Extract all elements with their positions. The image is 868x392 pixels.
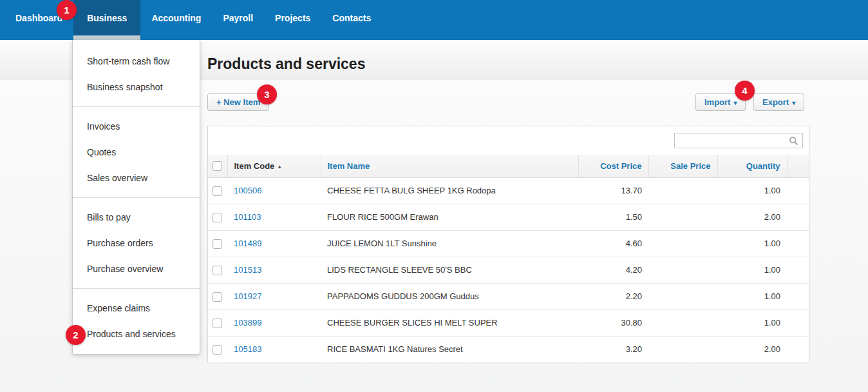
table-header-row: Item Code▲ Item Name Cost Price Sale Pri… xyxy=(208,155,809,177)
item-name-cell: RICE BASMATI 1KG Natures Secret xyxy=(321,336,578,362)
chevron-down-icon: ▾ xyxy=(792,99,795,106)
row-checkbox[interactable] xyxy=(212,213,222,222)
export-button[interactable]: Export▾ xyxy=(753,93,804,111)
business-dropdown-menu: Short-term cash flowBusiness snapshotInv… xyxy=(72,40,200,355)
cost-price-cell: 30.80 xyxy=(578,309,648,336)
nav-item-accounting[interactable]: Accounting xyxy=(140,0,212,40)
item-code-link[interactable]: 100506 xyxy=(234,186,261,195)
table-row: 101103FLOUR RICE 500GM Erawan1.502.00 xyxy=(208,204,809,230)
actions-cell xyxy=(787,336,809,362)
item-name-cell: JUICE LEMON 1LT Sunshine xyxy=(321,230,578,257)
products-table-panel: Item Code▲ Item Name Cost Price Sale Pri… xyxy=(207,126,809,362)
table-row: 101927PAPPADOMS GUDDUS 200GM Guddus2.201… xyxy=(208,283,809,309)
table-row: 101489JUICE LEMON 1LT Sunshine4.601.00 xyxy=(208,230,809,257)
menu-item-bills-to-pay[interactable]: Bills to pay xyxy=(73,204,200,230)
row-select-cell xyxy=(208,204,227,230)
chevron-down-icon: ▾ xyxy=(733,99,737,106)
sale-price-cell xyxy=(648,309,717,336)
column-header-quantity[interactable]: Quantity xyxy=(717,155,787,177)
menu-item-short-term-cash-flow[interactable]: Short-term cash flow xyxy=(73,48,200,74)
row-checkbox[interactable] xyxy=(212,186,222,196)
item-code-cell: 105183 xyxy=(227,336,321,362)
new-item-label: + New Item xyxy=(216,97,260,107)
menu-item-purchase-overview[interactable]: Purchase overview xyxy=(73,256,200,282)
item-code-cell: 101103 xyxy=(227,204,321,230)
column-header-item-name[interactable]: Item Name xyxy=(321,155,578,177)
table-row: 100506CHEESE FETTA BULG SHEEP 1KG Rodopa… xyxy=(208,177,809,204)
table-row: 101513LIDS RECTANGLE SLEEVE 50'S BBC4.20… xyxy=(208,257,809,283)
nav-item-contacts[interactable]: Contacts xyxy=(321,0,382,40)
item-code-cell: 101927 xyxy=(227,283,321,309)
menu-group: Expense claimsProducts and services xyxy=(73,288,200,347)
nav-item-payroll[interactable]: Payroll xyxy=(212,0,264,40)
search-input[interactable] xyxy=(674,133,803,148)
item-name-cell: CHEESE FETTA BULG SHEEP 1KG Rodopa xyxy=(321,177,578,204)
menu-item-expense-claims[interactable]: Expense claims xyxy=(73,295,200,321)
select-all-checkbox[interactable] xyxy=(212,161,222,171)
cost-price-cell: 13.70 xyxy=(578,177,648,204)
annotation-badge-3: 3 xyxy=(257,84,277,104)
cost-price-cell: 1.50 xyxy=(578,204,648,230)
menu-item-invoices[interactable]: Invoices xyxy=(73,113,200,139)
item-name-cell: CHEESE BURGER SLICES HI MELT SUPER xyxy=(321,309,578,336)
item-code-cell: 101513 xyxy=(227,257,321,283)
item-code-link[interactable]: 101927 xyxy=(234,291,261,301)
row-checkbox[interactable] xyxy=(212,345,222,355)
column-header-cost-price[interactable]: Cost Price xyxy=(578,155,648,177)
table-row: 105183RICE BASMATI 1KG Natures Secret3.2… xyxy=(208,336,809,362)
row-select-cell xyxy=(208,283,227,309)
table-search-row xyxy=(208,126,809,155)
row-select-cell xyxy=(208,257,227,283)
cost-price-cell: 2.20 xyxy=(578,283,648,309)
cost-price-cell: 4.20 xyxy=(578,257,648,283)
nav-item-projects[interactable]: Projects xyxy=(264,0,321,40)
annotation-badge-4: 4 xyxy=(735,81,755,101)
sale-price-cell xyxy=(648,204,717,230)
sale-price-cell xyxy=(648,257,717,283)
quantity-cell: 1.00 xyxy=(717,230,787,257)
item-name-cell: PAPPADOMS GUDDUS 200GM Guddus xyxy=(321,283,578,309)
item-code-link[interactable]: 101489 xyxy=(234,239,261,248)
menu-group: Bills to payPurchase ordersPurchase over… xyxy=(73,197,200,282)
item-name-cell: LIDS RECTANGLE SLEEVE 50'S BBC xyxy=(321,257,578,283)
row-checkbox[interactable] xyxy=(212,292,222,302)
item-code-link[interactable]: 101103 xyxy=(234,212,261,222)
column-header-actions xyxy=(787,155,809,177)
menu-item-business-snapshot[interactable]: Business snapshot xyxy=(73,74,200,100)
row-select-cell xyxy=(208,177,227,204)
row-checkbox[interactable] xyxy=(212,239,222,249)
select-all-header xyxy=(208,155,227,177)
menu-item-products-and-services[interactable]: Products and services xyxy=(73,321,200,347)
products-table: Item Code▲ Item Name Cost Price Sale Pri… xyxy=(208,155,809,362)
search-icon xyxy=(789,136,798,146)
row-select-cell xyxy=(208,336,227,362)
export-label: Export xyxy=(762,97,789,107)
sale-price-cell xyxy=(648,177,717,204)
quantity-cell: 1.00 xyxy=(717,257,787,283)
column-header-sale-price[interactable]: Sale Price xyxy=(648,155,717,177)
item-code-link[interactable]: 105183 xyxy=(234,344,261,354)
cost-price-cell: 4.60 xyxy=(578,230,648,257)
item-code-cell: 103899 xyxy=(227,309,321,336)
item-code-link[interactable]: 101513 xyxy=(234,265,261,275)
sale-price-cell xyxy=(648,230,717,257)
quantity-cell: 1.00 xyxy=(717,177,787,204)
menu-item-sales-overview[interactable]: Sales overview xyxy=(73,165,200,191)
item-code-cell: 101489 xyxy=(227,230,321,257)
import-label: Import xyxy=(704,97,730,107)
annotation-badge-1: 1 xyxy=(57,0,77,20)
menu-item-quotes[interactable]: Quotes xyxy=(73,139,200,165)
row-checkbox[interactable] xyxy=(212,266,222,275)
nav-item-business[interactable]: Business xyxy=(73,0,140,40)
column-header-item-code[interactable]: Item Code▲ xyxy=(227,155,321,177)
menu-group: InvoicesQuotesSales overview xyxy=(73,106,200,191)
menu-item-purchase-orders[interactable]: Purchase orders xyxy=(73,230,200,256)
item-code-link[interactable]: 103899 xyxy=(234,318,261,328)
annotation-badge-2: 2 xyxy=(66,325,86,345)
quantity-cell: 2.00 xyxy=(717,336,787,362)
page-title: Products and services xyxy=(207,55,365,73)
row-checkbox[interactable] xyxy=(212,318,222,328)
quantity-cell: 1.00 xyxy=(717,283,787,309)
cost-price-cell: 3.20 xyxy=(578,336,648,362)
row-select-cell xyxy=(208,230,227,257)
